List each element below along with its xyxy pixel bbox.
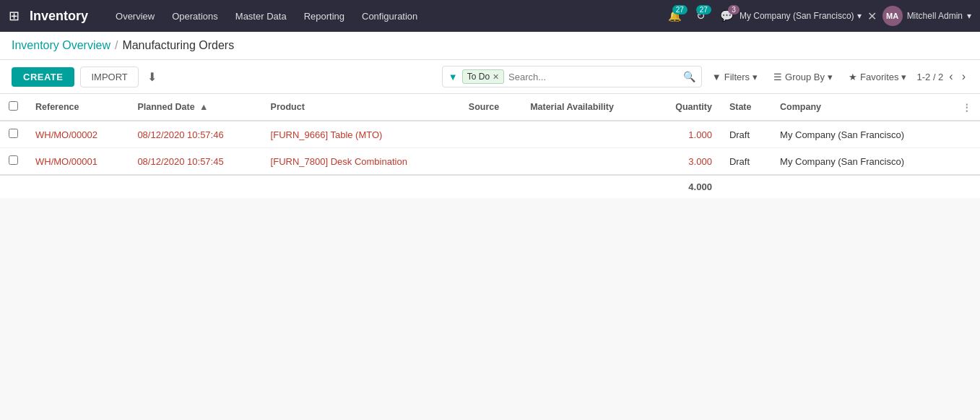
star-icon: ★ — [849, 72, 857, 82]
user-menu[interactable]: MA Mitchell Admin ▾ — [883, 6, 971, 26]
filters-chevron: ▾ — [753, 72, 758, 82]
row-material-availability — [521, 121, 651, 148]
totals-row: 4.000 — [0, 175, 980, 198]
col-company: Company — [771, 94, 953, 121]
row-source — [460, 121, 521, 148]
toolbar: CREATE IMPORT ⬇ ▼ To Do ✕ 🔍 ▼ Filters ▾ … — [0, 60, 980, 94]
prev-page-button[interactable]: ‹ — [946, 69, 955, 85]
select-all-checkbox[interactable] — [9, 101, 18, 111]
select-all-header[interactable] — [0, 94, 27, 121]
filter-icon-btn: ▼ — [712, 72, 721, 82]
filter-tag-close[interactable]: ✕ — [493, 72, 499, 82]
row-product: [FURN_9666] Table (MTO) — [262, 121, 460, 148]
groupby-icon: ☰ — [773, 72, 782, 82]
close-icon[interactable]: ✕ — [867, 9, 877, 23]
col-source-label: Source — [469, 102, 499, 112]
nav-operations[interactable]: Operations — [165, 8, 225, 25]
col-state-label: State — [729, 102, 752, 112]
table-header-row: Reference Planned Date ▲ Product Source … — [0, 94, 980, 121]
total-spacer — [0, 175, 651, 198]
row-checkbox-cell[interactable] — [0, 121, 27, 148]
avatar: MA — [883, 6, 903, 26]
col-state: State — [721, 94, 771, 121]
col-product: Product — [262, 94, 460, 121]
col-planned-date[interactable]: Planned Date ▲ — [129, 94, 261, 121]
active-filter-tag: To Do ✕ — [462, 69, 504, 84]
col-options[interactable]: ⋮ — [953, 94, 980, 121]
row-company: My Company (San Francisco) — [771, 121, 953, 148]
toolbar-right: ▼ To Do ✕ 🔍 ▼ Filters ▾ ☰ Group By ▾ ★ F… — [442, 66, 968, 87]
page-header: Inventory Overview / Manufacturing Order… — [0, 32, 980, 60]
breadcrumb: Inventory Overview / Manufacturing Order… — [12, 39, 968, 52]
username: Mitchell Admin — [907, 11, 963, 21]
col-reference: Reference — [27, 94, 129, 121]
search-input[interactable] — [508, 72, 679, 82]
pagination: 1-2 / 2 ‹ › — [916, 69, 968, 85]
navbar-menu: Overview Operations Master Data Reportin… — [108, 8, 662, 25]
navbar-right: 🔔 27 ↻ 27 💬 3 My Company (San Francisco)… — [668, 6, 971, 26]
chat-badge: 3 — [728, 5, 740, 14]
col-company-label: Company — [780, 102, 821, 112]
favorites-chevron: ▾ — [901, 72, 906, 82]
row-quantity: 1.000 — [651, 121, 721, 148]
col-quantity: Quantity — [651, 94, 721, 121]
search-bar: ▼ To Do ✕ 🔍 — [442, 66, 702, 87]
total-tail — [721, 175, 980, 198]
row-product: [FURN_7800] Desk Combination — [262, 148, 460, 176]
row-quantity: 3.000 — [651, 148, 721, 176]
nav-reporting[interactable]: Reporting — [297, 8, 352, 25]
col-quantity-label: Quantity — [675, 102, 712, 112]
row-planned-date: 08/12/2020 10:57:45 — [129, 148, 261, 176]
row-state: Draft — [721, 148, 771, 176]
row-checkbox[interactable] — [9, 155, 18, 165]
breadcrumb-separator: / — [115, 39, 118, 52]
table-row: WH/MO/00002 08/12/2020 10:57:46 [FURN_96… — [0, 121, 980, 148]
filters-label: Filters — [724, 72, 750, 82]
product-link[interactable]: [FURN_7800] Desk Combination — [271, 156, 407, 167]
row-planned-date: 08/12/2020 10:57:46 — [129, 121, 261, 148]
breadcrumb-parent[interactable]: Inventory Overview — [12, 39, 110, 52]
row-checkbox-cell[interactable] — [0, 148, 27, 176]
reference-link[interactable]: WH/MO/00001 — [35, 156, 97, 167]
favorites-button[interactable]: ★ Favorites ▾ — [843, 69, 912, 85]
table-row: WH/MO/00001 08/12/2020 10:57:45 [FURN_78… — [0, 148, 980, 176]
filter-tag-label: To Do — [467, 72, 490, 82]
group-by-button[interactable]: ☰ Group By ▾ — [768, 69, 838, 85]
product-link[interactable]: [FURN_9666] Table (MTO) — [271, 129, 383, 140]
activity-badge: 27 — [696, 5, 711, 14]
notifications-badge: 27 — [672, 5, 688, 14]
row-state: Draft — [721, 121, 771, 148]
manufacturing-orders-table: Reference Planned Date ▲ Product Source … — [0, 94, 980, 198]
nav-configuration[interactable]: Configuration — [355, 8, 425, 25]
total-quantity: 4.000 — [651, 175, 721, 198]
company-chevron: ▾ — [857, 11, 862, 21]
create-button[interactable]: CREATE — [12, 67, 74, 87]
notifications-icon[interactable]: 🔔 27 — [668, 9, 682, 22]
col-material-label: Material Availability — [530, 102, 614, 112]
nav-overview[interactable]: Overview — [108, 8, 162, 25]
nav-master-data[interactable]: Master Data — [228, 8, 294, 25]
row-options — [953, 148, 980, 176]
row-reference: WH/MO/00002 — [27, 121, 129, 148]
apps-icon[interactable]: ⊞ — [9, 8, 19, 24]
row-checkbox[interactable] — [9, 129, 18, 138]
activity-icon[interactable]: ↻ 27 — [696, 9, 706, 22]
row-options — [953, 121, 980, 148]
download-button[interactable]: ⬇ — [144, 67, 160, 87]
col-source: Source — [460, 94, 521, 121]
col-reference-label: Reference — [35, 102, 79, 112]
reference-link[interactable]: WH/MO/00002 — [35, 129, 97, 140]
row-reference: WH/MO/00001 — [27, 148, 129, 176]
filters-button[interactable]: ▼ Filters ▾ — [706, 69, 763, 85]
row-source — [460, 148, 521, 176]
company-selector[interactable]: My Company (San Francisco) ▾ — [740, 11, 862, 21]
table-container: Reference Planned Date ▲ Product Source … — [0, 94, 980, 198]
import-button[interactable]: IMPORT — [80, 67, 138, 87]
chat-icon[interactable]: 💬 3 — [720, 9, 734, 22]
navbar-brand: Inventory — [30, 9, 88, 24]
pagination-text: 1-2 / 2 — [916, 72, 943, 82]
search-icon[interactable]: 🔍 — [683, 71, 695, 82]
next-page-button[interactable]: › — [959, 69, 968, 85]
breadcrumb-current: Manufacturing Orders — [122, 39, 234, 52]
user-chevron: ▾ — [967, 11, 971, 21]
